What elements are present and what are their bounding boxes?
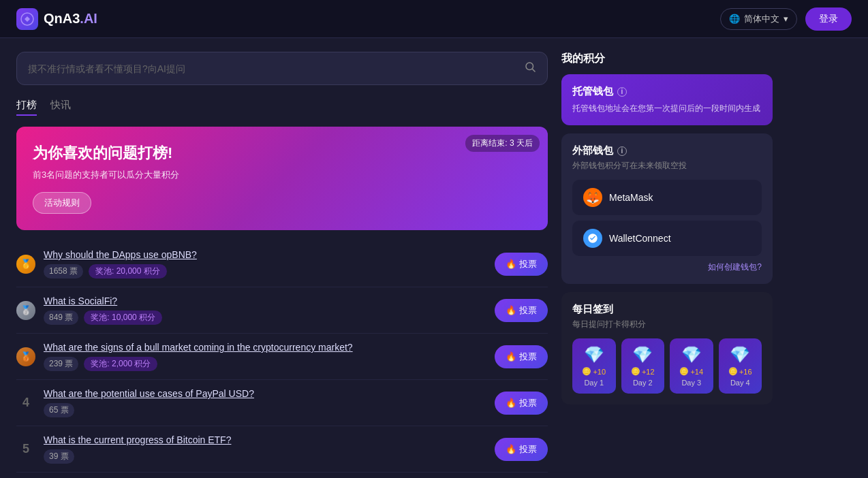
reward-3: 奖池: 2,000 积分: [84, 357, 157, 371]
rank-1: 🥇: [16, 255, 35, 274]
reward-2: 奖池: 10,000 积分: [84, 310, 162, 325]
external-info-icon[interactable]: i: [617, 146, 627, 156]
create-wallet-link[interactable]: 如何创建钱包?: [572, 261, 762, 273]
checkin-day-3-reward: 🪙 +14: [674, 367, 709, 376]
search-button[interactable]: [524, 61, 536, 76]
rank-4: 4: [16, 396, 35, 410]
question-title-1[interactable]: Why should the DApps use opBNB?: [44, 249, 486, 260]
external-wallet-title: 外部钱包 i: [572, 144, 762, 157]
question-meta-2: 849 票 奖池: 10,000 积分: [44, 310, 486, 325]
banner-title: 为你喜欢的问题打榜!: [33, 143, 531, 163]
reward-1: 奖池: 20,000 积分: [89, 264, 167, 278]
question-meta-5: 39 票: [44, 449, 486, 464]
checkin-desc: 每日提问打卡得积分: [572, 319, 762, 330]
metamask-option[interactable]: 🦊 MetaMask: [572, 180, 762, 215]
header-right: 🌐 简体中文 ▾ 登录: [720, 7, 852, 31]
question-content-5: What is the current progress of Bitcoin …: [44, 434, 486, 464]
vote-button-1[interactable]: 🔥 投票: [495, 253, 548, 276]
search-bar: [16, 52, 548, 85]
checkin-day-4-icon: 💎: [723, 345, 758, 364]
custodial-wallet-desc: 托管钱包地址会在您第一次提问后的一段时间内生成: [572, 102, 762, 114]
table-row: 5 What is the current progress of Bitcoi…: [16, 426, 548, 473]
globe-icon: 🌐: [729, 14, 740, 24]
banner-desc: 前3名问题的支持者可以瓜分大量积分: [33, 169, 531, 181]
tabs: 打榜 快讯: [16, 96, 548, 116]
question-title-2[interactable]: What is SocialFi?: [44, 296, 486, 306]
question-content-4: What are the potential use cases of PayP…: [44, 388, 486, 417]
question-content-2: What is SocialFi? 849 票 奖池: 10,000 积分: [44, 296, 486, 325]
tab-ranking[interactable]: 打榜: [16, 96, 37, 116]
checkin-day-4[interactable]: 💎 🪙 +16 Day 4: [719, 338, 762, 394]
checkin-day-1-reward: 🪙 +10: [576, 367, 612, 376]
votes-1: 1658 票: [44, 264, 83, 278]
checkin-section: 每日签到 每日提问打卡得积分 💎 🪙 +10 Day 1 💎 🪙 +12: [561, 292, 773, 404]
checkin-day-4-reward: 🪙 +16: [723, 367, 758, 376]
votes-4: 65 票: [44, 403, 74, 417]
logo: QnA3.AI: [16, 8, 97, 30]
checkin-day-3-icon: 💎: [674, 345, 709, 364]
rank-badge-3: 🥉: [16, 347, 35, 366]
external-wallet-card: 外部钱包 i 外部钱包积分可在未来领取空投 🦊 MetaMask WalletC…: [561, 133, 773, 284]
custodial-wallet-title: 托管钱包 i: [572, 85, 762, 98]
checkin-day-2[interactable]: 💎 🪙 +12 Day 2: [621, 338, 665, 394]
checkin-grid: 💎 🪙 +10 Day 1 💎 🪙 +12 Day 2: [572, 338, 762, 394]
login-button[interactable]: 登录: [805, 7, 852, 31]
external-wallet-desc: 外部钱包积分可在未来领取空投: [572, 160, 762, 172]
question-meta-3: 239 票 奖池: 2,000 积分: [44, 357, 486, 371]
main-content: 打榜 快讯 距离结束: 3 天后 为你喜欢的问题打榜! 前3名问题的支持者可以瓜…: [0, 38, 868, 478]
question-meta-1: 1658 票 奖池: 20,000 积分: [44, 264, 486, 278]
votes-2: 849 票: [44, 310, 78, 325]
question-title-4[interactable]: What are the potential use cases of PayP…: [44, 388, 486, 399]
svg-line-2: [532, 69, 535, 71]
metamask-label: MetaMask: [609, 192, 653, 203]
chevron-down-icon: ▾: [784, 14, 788, 24]
table-row: 🥇 Why should the DApps use opBNB? 1658 票…: [16, 241, 548, 287]
checkin-day-4-label: Day 4: [723, 379, 758, 387]
table-row: 6 How will the attack event in Curve Poo…: [16, 473, 548, 478]
checkin-day-3[interactable]: 💎 🪙 +14 Day 3: [670, 338, 713, 394]
walletconnect-icon: [583, 229, 602, 248]
vote-button-5[interactable]: 🔥 投票: [495, 438, 548, 461]
table-row: 🥈 What is SocialFi? 849 票 奖池: 10,000 积分 …: [16, 287, 548, 334]
vote-button-4[interactable]: 🔥 投票: [495, 392, 548, 415]
logo-text: QnA3.AI: [44, 11, 97, 27]
checkin-day-1-label: Day 1: [576, 379, 612, 387]
votes-3: 239 票: [44, 357, 78, 371]
rank-2: 🥈: [16, 301, 35, 320]
question-list: 🥇 Why should the DApps use opBNB? 1658 票…: [16, 241, 548, 478]
question-content-1: Why should the DApps use opBNB? 1658 票 奖…: [44, 249, 486, 278]
checkin-day-2-label: Day 2: [625, 379, 661, 387]
custodial-info-icon[interactable]: i: [617, 87, 627, 97]
question-meta-4: 65 票: [44, 403, 486, 417]
header: QnA3.AI 🌐 简体中文 ▾ 登录: [0, 0, 868, 38]
lang-selector[interactable]: 🌐 简体中文 ▾: [720, 8, 797, 30]
vote-button-3[interactable]: 🔥 投票: [495, 345, 548, 368]
vote-button-2[interactable]: 🔥 投票: [495, 299, 548, 322]
table-row: 🥉 What are the signs of a bull market co…: [16, 334, 548, 380]
logo-icon: [16, 8, 38, 30]
search-input[interactable]: [28, 63, 517, 74]
banner-rules-button[interactable]: 活动规则: [33, 192, 91, 214]
metamask-icon: 🦊: [583, 188, 602, 207]
rank-badge-2: 🥈: [16, 301, 35, 320]
lang-label: 简体中文: [744, 13, 779, 25]
left-panel: 打榜 快讯 距离结束: 3 天后 为你喜欢的问题打榜! 前3名问题的支持者可以瓜…: [16, 52, 548, 478]
question-title-3[interactable]: What are the signs of a bull market comi…: [44, 342, 486, 353]
banner-badge: 距离结束: 3 天后: [465, 135, 540, 152]
rank-5: 5: [16, 442, 35, 456]
checkin-day-1-icon: 💎: [576, 345, 612, 364]
rank-badge-1: 🥇: [16, 255, 35, 274]
walletconnect-option[interactable]: WalletConnect: [572, 221, 762, 256]
banner: 距离结束: 3 天后 为你喜欢的问题打榜! 前3名问题的支持者可以瓜分大量积分 …: [16, 127, 548, 230]
walletconnect-label: WalletConnect: [609, 233, 671, 244]
question-content-3: What are the signs of a bull market comi…: [44, 342, 486, 371]
custodial-wallet-card: 托管钱包 i 托管钱包地址会在您第一次提问后的一段时间内生成: [561, 74, 773, 125]
checkin-day-2-icon: 💎: [625, 345, 661, 364]
votes-5: 39 票: [44, 449, 74, 464]
table-row: 4 What are the potential use cases of Pa…: [16, 380, 548, 426]
rank-3: 🥉: [16, 347, 35, 366]
right-panel: 我的积分 托管钱包 i 托管钱包地址会在您第一次提问后的一段时间内生成 外部钱包…: [561, 52, 773, 478]
question-title-5[interactable]: What is the current progress of Bitcoin …: [44, 434, 486, 445]
checkin-day-1[interactable]: 💎 🪙 +10 Day 1: [572, 338, 616, 394]
tab-news[interactable]: 快讯: [50, 96, 71, 116]
